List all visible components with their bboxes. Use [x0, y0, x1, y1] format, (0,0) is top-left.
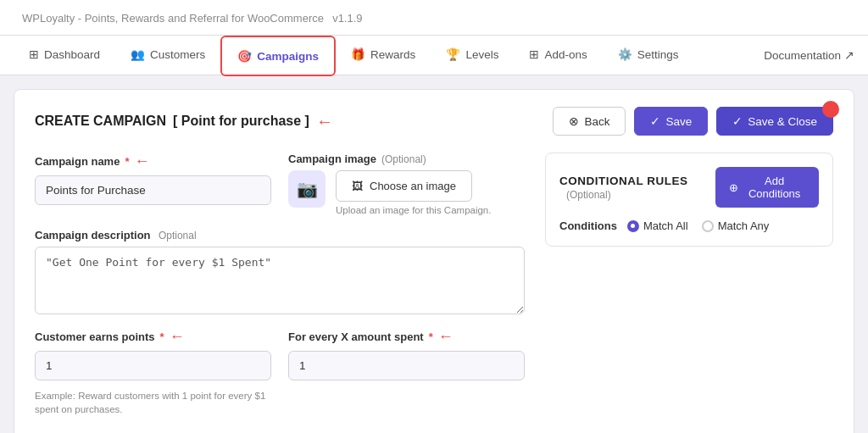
tab-rewards[interactable]: 🎁 Rewards: [336, 36, 431, 75]
conditional-rules-box: CONDITIONAL RULES (Optional) ⊕ Add Condi…: [545, 153, 833, 247]
amount-spent-group: For every X amount spent * ←: [288, 328, 525, 416]
name-required-star: *: [125, 155, 129, 168]
external-link-icon: ↗: [844, 48, 854, 62]
conditional-title-area: CONDITIONAL RULES (Optional): [559, 174, 715, 201]
tab-levels[interactable]: 🏆 Levels: [431, 36, 514, 75]
tab-addons[interactable]: ⊞ Add-ons: [514, 36, 602, 75]
settings-icon: ⚙️: [618, 47, 632, 61]
conditional-header: CONDITIONAL RULES (Optional) ⊕ Add Condi…: [559, 167, 819, 208]
campaigns-icon: 🎯: [237, 49, 252, 63]
earns-arrow-icon: ←: [170, 328, 185, 346]
conditions-row: Conditions Match All Match Any: [559, 219, 819, 232]
spent-required-star: *: [429, 330, 433, 343]
campaign-name-input[interactable]: [35, 175, 271, 205]
campaign-image-section: 📷 🖼 Choose an image Upload an image for …: [288, 170, 525, 215]
match-all-dot: [627, 220, 639, 232]
title-arrow-icon: ←: [316, 112, 333, 131]
app-title: WPLoyalty - Points, Rewards and Referral…: [22, 12, 324, 25]
save-button[interactable]: ✓ Save: [634, 107, 708, 136]
levels-icon: 🏆: [446, 47, 460, 61]
name-image-row: Campaign name * ← Campaign image (Option…: [35, 153, 525, 215]
spent-arrow-icon: ←: [438, 328, 453, 346]
points-amount-row: Customer earns points * ← Example: Rewar…: [35, 328, 525, 416]
header-actions: ⊗ Back ✓ Save ✓ Save & Close: [553, 107, 833, 136]
image-icon-box: 📷: [288, 170, 326, 208]
campaign-image-label: Campaign image (Optional): [288, 153, 525, 165]
campaign-image-group: Campaign image (Optional) 📷 🖼 Choose an …: [288, 153, 525, 215]
save-close-icon: ✓: [732, 114, 743, 128]
tab-campaigns[interactable]: 🎯 Campaigns: [220, 36, 336, 76]
image-upload-icon: 🖼: [352, 180, 363, 192]
back-button[interactable]: ⊗ Back: [553, 107, 626, 136]
save-close-button[interactable]: ✓ Save & Close: [716, 107, 833, 136]
plus-icon: ⊕: [729, 181, 738, 194]
earns-hint: Example: Reward customers with 1 point f…: [35, 389, 271, 416]
documentation-link[interactable]: Documentation ↗: [764, 48, 854, 62]
dashboard-icon: ⊞: [29, 47, 39, 61]
app-header: WPLoyalty - Points, Rewards and Referral…: [0, 0, 868, 36]
conditional-title: CONDITIONAL RULES: [559, 175, 688, 187]
rewards-icon: 🎁: [351, 47, 365, 61]
nav-tabs: ⊞ Dashboard 👥 Customers 🎯 Campaigns 🎁 Re…: [0, 36, 868, 75]
campaign-name-label: Campaign name * ←: [35, 153, 271, 170]
earns-required-star: *: [160, 330, 164, 343]
campaign-name-group: Campaign name * ←: [35, 153, 271, 215]
campaign-title: CREATE CAMPAIGN [ Point for purchase ] ←: [35, 112, 333, 131]
amount-spent-label: For every X amount spent * ←: [288, 328, 525, 346]
conditional-optional: (Optional): [566, 189, 611, 201]
campaign-description-label: Campaign description Optional: [35, 229, 525, 241]
campaign-description-group: Campaign description Optional "Get One P…: [35, 229, 525, 314]
create-campaign-label: CREATE CAMPAIGN: [35, 114, 166, 129]
camera-icon: 📷: [297, 179, 318, 199]
earns-points-group: Customer earns points * ← Example: Rewar…: [35, 328, 271, 416]
customers-icon: 👥: [131, 47, 145, 61]
campaign-description-textarea[interactable]: "Get One Point for every $1 Spent": [35, 247, 525, 314]
amount-spent-input[interactable]: [288, 351, 525, 380]
name-arrow-icon: ←: [134, 153, 149, 170]
main-content: CREATE CAMPAIGN [ Point for purchase ] ←…: [14, 89, 854, 433]
form-left: Campaign name * ← Campaign image (Option…: [35, 153, 525, 430]
add-conditions-button[interactable]: ⊕ Add Conditions: [715, 167, 819, 208]
earns-points-input[interactable]: [35, 351, 271, 380]
image-upload-area: 🖼 Choose an image Upload an image for th…: [336, 170, 491, 215]
tab-dashboard[interactable]: ⊞ Dashboard: [14, 36, 115, 75]
form-layout: Campaign name * ← Campaign image (Option…: [35, 153, 833, 430]
conditions-label: Conditions: [559, 219, 617, 232]
match-all-radio[interactable]: Match All: [627, 219, 688, 232]
campaign-header: CREATE CAMPAIGN [ Point for purchase ] ←…: [35, 107, 833, 136]
campaign-subtitle: [ Point for purchase ]: [173, 114, 309, 129]
match-radio-group: Match All Match Any: [627, 219, 769, 232]
tab-customers[interactable]: 👥 Customers: [115, 36, 220, 75]
choose-image-button[interactable]: 🖼 Choose an image: [336, 170, 472, 202]
upload-hint: Upload an image for this Campaign.: [336, 205, 491, 215]
match-any-radio[interactable]: Match Any: [702, 219, 770, 232]
app-version: v1.1.9: [332, 12, 362, 25]
match-any-dot: [702, 220, 714, 232]
earns-points-label: Customer earns points * ←: [35, 328, 271, 346]
form-right: CONDITIONAL RULES (Optional) ⊕ Add Condi…: [545, 153, 833, 430]
save-icon: ✓: [650, 114, 660, 128]
addons-icon: ⊞: [529, 47, 539, 61]
back-icon: ⊗: [569, 114, 579, 128]
tab-settings[interactable]: ⚙️ Settings: [603, 36, 694, 75]
